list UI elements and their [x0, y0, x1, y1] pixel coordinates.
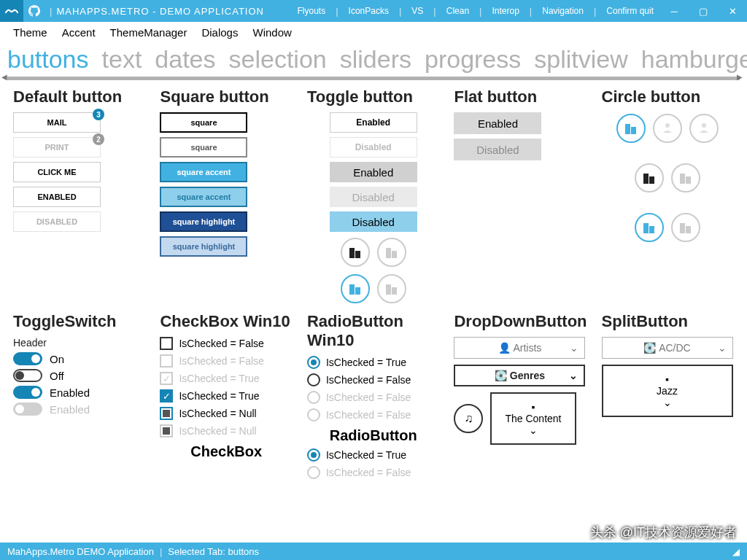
checkbox-6: [160, 424, 173, 438]
cmd-navigation[interactable]: Navigation: [536, 0, 589, 22]
tab-buttons[interactable]: buttons: [7, 45, 89, 74]
minimize-button[interactable]: ─: [659, 0, 689, 22]
cmd-flyouts[interactable]: Flyouts: [291, 0, 331, 22]
titlebar: | MAHAPPS.METRO - DEMO APPLICATION Flyou…: [0, 0, 747, 22]
toggle-disabled-1: Disabled: [330, 137, 417, 158]
toggle-enabled-1[interactable]: Enabled: [330, 112, 417, 133]
cmd-iconpacks[interactable]: IconPacks: [343, 0, 395, 22]
svg-rect-14: [680, 174, 685, 184]
checkbox-1[interactable]: [160, 337, 173, 350]
content-dropdown[interactable]: ▪The Content⌄: [490, 392, 576, 445]
circle-toggle-3[interactable]: [341, 274, 370, 303]
circle-btn-3: [689, 114, 719, 143]
github-icon[interactable]: [23, 0, 45, 22]
mail-button[interactable]: MAIL3: [13, 112, 101, 133]
section-splitbutton: SplitButton 💽 AC/DC⌄ ▪Jazz⌄: [602, 312, 734, 483]
menu-thememanager[interactable]: ThemeManager: [103, 23, 195, 42]
tab-text[interactable]: text: [102, 45, 142, 74]
section-title: SplitButton: [602, 312, 734, 331]
badge-2: 2: [93, 133, 104, 145]
square-accent-button-2[interactable]: square accent: [160, 187, 247, 207]
switch-off[interactable]: [13, 369, 42, 382]
tab-selection[interactable]: selection: [229, 45, 327, 74]
circle-btn-1[interactable]: [616, 114, 646, 143]
enabled-button[interactable]: ENABLED: [13, 187, 101, 207]
svg-rect-5: [355, 287, 360, 295]
checkbox-5[interactable]: [160, 407, 173, 420]
content-area: Default button MAIL3 PRINT2 CLICK ME ENA…: [0, 80, 747, 491]
cmd-clean[interactable]: Clean: [441, 0, 475, 22]
section-dropdown: DropDownButton 👤 Artists⌄ 💽 Genres⌄ ♫ ▪T…: [454, 312, 587, 483]
app-title: MAHAPPS.METRO - DEMO APPLICATION: [56, 6, 264, 17]
book-icon: ▪: [665, 373, 669, 385]
toggle-enabled-2[interactable]: Enabled: [330, 162, 417, 182]
switch-on[interactable]: [13, 352, 42, 365]
chevron-down-icon: ⌄: [569, 370, 578, 381]
radio-5[interactable]: [307, 448, 320, 462]
tab-scroll-right-icon[interactable]: ▶: [737, 73, 743, 81]
section-title: Square button: [160, 88, 292, 106]
svg-rect-17: [649, 226, 654, 233]
square-button-1[interactable]: square: [160, 112, 247, 133]
dropdown-artists[interactable]: 👤 Artists⌄: [454, 337, 585, 359]
music-icon-button[interactable]: ♫: [454, 404, 483, 433]
svg-rect-18: [680, 223, 685, 233]
switch-enabled[interactable]: [13, 386, 42, 399]
svg-rect-7: [392, 287, 397, 295]
watermark: 头杀 @IT技术资源爱好者: [590, 524, 737, 541]
menu-theme[interactable]: Theme: [6, 23, 55, 42]
menu-dialogs[interactable]: Dialogs: [194, 23, 245, 42]
circle-toggle-1[interactable]: [341, 238, 370, 267]
circle-btn-7: [671, 213, 700, 242]
tab-scroll-left-icon[interactable]: ◀: [1, 73, 7, 81]
circle-btn-6[interactable]: [635, 213, 664, 242]
maximize-button[interactable]: ▢: [689, 0, 718, 22]
cmd-vs[interactable]: VS: [406, 0, 429, 22]
section-circle-button: Circle button: [602, 88, 734, 305]
chevron-down-icon: ⌄: [663, 397, 672, 408]
square-accent-button-1[interactable]: square accent: [160, 162, 247, 182]
tab-strip: ◀ buttons text dates selection sliders p…: [0, 42, 747, 74]
print-button: PRINT2: [13, 137, 101, 158]
tab-sliders[interactable]: sliders: [340, 45, 411, 74]
checkbox-subtitle: CheckBox: [160, 443, 292, 460]
splitbutton-acdc[interactable]: 💽 AC/DC⌄: [602, 337, 733, 359]
tab-splitview[interactable]: splitview: [534, 45, 627, 74]
toggleswitch-header: Header: [13, 337, 145, 349]
status-tab-value: buttons: [228, 546, 259, 557]
disabled-button: DISABLED: [13, 211, 101, 232]
toggle-disabled-2: Disabled: [330, 187, 417, 207]
svg-point-10: [665, 123, 670, 128]
svg-rect-13: [649, 176, 654, 184]
section-flat-button: Flat button Enabled Disabled: [454, 88, 587, 305]
switch-disabled: [13, 402, 42, 416]
square-highlight-button-2[interactable]: square highlight: [160, 236, 247, 257]
clickme-button[interactable]: CLICK ME: [13, 162, 101, 182]
section-title: Circle button: [602, 88, 734, 106]
radio-1[interactable]: [307, 356, 320, 369]
section-title: Toggle button: [307, 88, 439, 106]
radio-2[interactable]: [307, 373, 320, 386]
square-highlight-button-1[interactable]: square highlight: [160, 211, 247, 232]
circle-btn-4[interactable]: [635, 163, 664, 192]
svg-rect-1: [355, 251, 360, 258]
cmd-interop[interactable]: Interop: [486, 0, 525, 22]
section-title: DropDownButton: [454, 312, 587, 331]
splitbutton-jazz[interactable]: ▪Jazz⌄: [602, 365, 733, 417]
flat-enabled-button[interactable]: Enabled: [454, 112, 541, 134]
svg-rect-15: [686, 176, 691, 184]
menu-accent[interactable]: Accent: [55, 23, 103, 42]
chevron-down-icon: ⌄: [529, 424, 538, 436]
svg-rect-12: [643, 174, 649, 184]
menu-window[interactable]: Window: [245, 23, 298, 42]
radiobutton-subtitle: RadioButton: [307, 427, 439, 444]
close-button[interactable]: ✕: [718, 0, 747, 22]
cmd-confirm-quit[interactable]: Confirm quit: [600, 0, 659, 22]
square-button-2[interactable]: square: [160, 137, 247, 158]
tab-progress[interactable]: progress: [425, 45, 521, 74]
disc-icon: 💽: [495, 370, 507, 381]
dropdown-genres[interactable]: 💽 Genres⌄: [454, 365, 585, 386]
tab-dates[interactable]: dates: [155, 45, 215, 74]
tab-hamburger[interactable]: hamburger: [641, 45, 747, 74]
checkbox-4[interactable]: ✓: [160, 389, 173, 402]
